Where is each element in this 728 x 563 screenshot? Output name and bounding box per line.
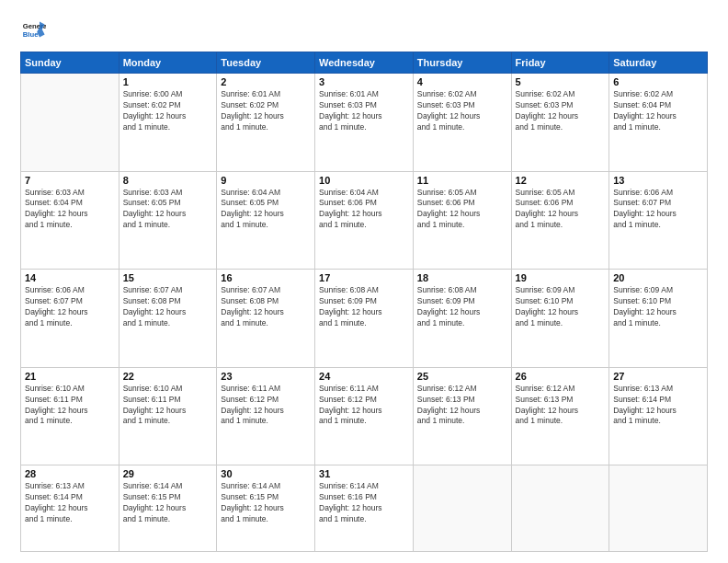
day-number: 17	[319, 272, 409, 283]
day-info: Sunrise: 6:01 AMSunset: 6:03 PMDaylight:…	[319, 89, 409, 133]
calendar-cell: 13Sunrise: 6:06 AMSunset: 6:07 PMDayligh…	[609, 171, 708, 270]
calendar-cell	[511, 465, 609, 552]
calendar-cell: 10Sunrise: 6:04 AMSunset: 6:06 PMDayligh…	[315, 171, 414, 270]
calendar-cell: 7Sunrise: 6:03 AMSunset: 6:04 PMDaylight…	[21, 171, 119, 270]
day-number: 24	[319, 371, 409, 382]
day-info: Sunrise: 6:02 AMSunset: 6:03 PMDaylight:…	[417, 89, 507, 133]
logo-icon: General Blue	[20, 17, 46, 42]
day-number: 8	[123, 175, 213, 186]
calendar-cell: 28Sunrise: 6:13 AMSunset: 6:14 PMDayligh…	[21, 465, 119, 552]
day-number: 21	[25, 371, 115, 382]
day-number: 6	[613, 76, 703, 87]
calendar-cell: 4Sunrise: 6:02 AMSunset: 6:03 PMDaylight…	[413, 74, 511, 172]
day-number: 20	[613, 272, 703, 283]
calendar-cell: 9Sunrise: 6:04 AMSunset: 6:05 PMDaylight…	[217, 171, 315, 270]
day-number: 23	[221, 371, 311, 382]
day-info: Sunrise: 6:14 AMSunset: 6:15 PMDaylight:…	[123, 481, 213, 525]
calendar-table: SundayMondayTuesdayWednesdayThursdayFrid…	[20, 52, 708, 552]
day-number: 2	[221, 76, 311, 87]
day-number: 1	[123, 76, 213, 87]
day-info: Sunrise: 6:02 AMSunset: 6:03 PMDaylight:…	[516, 89, 606, 133]
day-number: 7	[25, 175, 115, 186]
day-number: 18	[417, 272, 507, 283]
day-number: 15	[123, 272, 213, 283]
day-info: Sunrise: 6:14 AMSunset: 6:16 PMDaylight:…	[319, 481, 409, 525]
calendar-header-row: SundayMondayTuesdayWednesdayThursdayFrid…	[21, 52, 708, 74]
day-info: Sunrise: 6:01 AMSunset: 6:02 PMDaylight:…	[221, 89, 311, 133]
logo: General Blue	[20, 17, 50, 42]
day-number: 28	[25, 468, 115, 479]
day-info: Sunrise: 6:03 AMSunset: 6:05 PMDaylight:…	[123, 188, 213, 232]
calendar-cell: 26Sunrise: 6:12 AMSunset: 6:13 PMDayligh…	[511, 367, 609, 465]
calendar-cell	[609, 465, 708, 552]
day-info: Sunrise: 6:09 AMSunset: 6:10 PMDaylight:…	[516, 285, 606, 329]
calendar-cell: 15Sunrise: 6:07 AMSunset: 6:08 PMDayligh…	[119, 270, 217, 368]
calendar-cell: 30Sunrise: 6:14 AMSunset: 6:15 PMDayligh…	[217, 465, 315, 552]
calendar-cell: 6Sunrise: 6:02 AMSunset: 6:04 PMDaylight…	[609, 74, 708, 172]
day-number: 5	[516, 76, 606, 87]
calendar-cell: 17Sunrise: 6:08 AMSunset: 6:09 PMDayligh…	[315, 270, 414, 368]
calendar-header-saturday: Saturday	[609, 52, 708, 74]
day-number: 27	[613, 371, 703, 382]
day-number: 19	[516, 272, 606, 283]
day-info: Sunrise: 6:11 AMSunset: 6:12 PMDaylight:…	[221, 384, 311, 428]
day-number: 22	[123, 371, 213, 382]
day-info: Sunrise: 6:07 AMSunset: 6:08 PMDaylight:…	[123, 285, 213, 329]
calendar-cell: 16Sunrise: 6:07 AMSunset: 6:08 PMDayligh…	[217, 270, 315, 368]
calendar-cell: 27Sunrise: 6:13 AMSunset: 6:14 PMDayligh…	[609, 367, 708, 465]
calendar-header-friday: Friday	[511, 52, 609, 74]
day-info: Sunrise: 6:13 AMSunset: 6:14 PMDaylight:…	[613, 384, 703, 428]
day-info: Sunrise: 6:06 AMSunset: 6:07 PMDaylight:…	[25, 285, 115, 329]
day-info: Sunrise: 6:04 AMSunset: 6:05 PMDaylight:…	[221, 188, 311, 232]
day-info: Sunrise: 6:11 AMSunset: 6:12 PMDaylight:…	[319, 384, 409, 428]
day-number: 25	[417, 371, 507, 382]
day-number: 10	[319, 175, 409, 186]
day-info: Sunrise: 6:05 AMSunset: 6:06 PMDaylight:…	[516, 188, 606, 232]
calendar-week-row: 1Sunrise: 6:00 AMSunset: 6:02 PMDaylight…	[21, 74, 708, 172]
day-info: Sunrise: 6:14 AMSunset: 6:15 PMDaylight:…	[221, 481, 311, 525]
calendar-header-wednesday: Wednesday	[315, 52, 414, 74]
day-info: Sunrise: 6:12 AMSunset: 6:13 PMDaylight:…	[417, 384, 507, 428]
page: General Blue SundayMondayTuesdayWednesda…	[0, 0, 728, 563]
calendar-cell: 12Sunrise: 6:05 AMSunset: 6:06 PMDayligh…	[511, 171, 609, 270]
calendar-cell: 11Sunrise: 6:05 AMSunset: 6:06 PMDayligh…	[413, 171, 511, 270]
day-info: Sunrise: 6:10 AMSunset: 6:11 PMDaylight:…	[25, 384, 115, 428]
day-info: Sunrise: 6:09 AMSunset: 6:10 PMDaylight:…	[613, 285, 703, 329]
day-info: Sunrise: 6:12 AMSunset: 6:13 PMDaylight:…	[516, 384, 606, 428]
calendar-cell: 21Sunrise: 6:10 AMSunset: 6:11 PMDayligh…	[21, 367, 119, 465]
calendar-week-row: 7Sunrise: 6:03 AMSunset: 6:04 PMDaylight…	[21, 171, 708, 270]
day-info: Sunrise: 6:07 AMSunset: 6:08 PMDaylight:…	[221, 285, 311, 329]
calendar-week-row: 28Sunrise: 6:13 AMSunset: 6:14 PMDayligh…	[21, 465, 708, 552]
calendar-week-row: 14Sunrise: 6:06 AMSunset: 6:07 PMDayligh…	[21, 270, 708, 368]
calendar-cell: 5Sunrise: 6:02 AMSunset: 6:03 PMDaylight…	[511, 74, 609, 172]
svg-text:Blue: Blue	[23, 30, 39, 39]
calendar-cell: 23Sunrise: 6:11 AMSunset: 6:12 PMDayligh…	[217, 367, 315, 465]
calendar-cell	[21, 74, 119, 172]
day-number: 14	[25, 272, 115, 283]
calendar-cell: 25Sunrise: 6:12 AMSunset: 6:13 PMDayligh…	[413, 367, 511, 465]
day-number: 12	[516, 175, 606, 186]
day-info: Sunrise: 6:00 AMSunset: 6:02 PMDaylight:…	[123, 89, 213, 133]
calendar-cell: 22Sunrise: 6:10 AMSunset: 6:11 PMDayligh…	[119, 367, 217, 465]
day-info: Sunrise: 6:08 AMSunset: 6:09 PMDaylight:…	[417, 285, 507, 329]
day-info: Sunrise: 6:03 AMSunset: 6:04 PMDaylight:…	[25, 188, 115, 232]
day-number: 13	[613, 175, 703, 186]
day-info: Sunrise: 6:04 AMSunset: 6:06 PMDaylight:…	[319, 188, 409, 232]
day-info: Sunrise: 6:08 AMSunset: 6:09 PMDaylight:…	[319, 285, 409, 329]
calendar-cell: 24Sunrise: 6:11 AMSunset: 6:12 PMDayligh…	[315, 367, 414, 465]
calendar-cell: 19Sunrise: 6:09 AMSunset: 6:10 PMDayligh…	[511, 270, 609, 368]
calendar-cell: 18Sunrise: 6:08 AMSunset: 6:09 PMDayligh…	[413, 270, 511, 368]
day-info: Sunrise: 6:10 AMSunset: 6:11 PMDaylight:…	[123, 384, 213, 428]
day-info: Sunrise: 6:06 AMSunset: 6:07 PMDaylight:…	[613, 188, 703, 232]
day-number: 26	[516, 371, 606, 382]
calendar-header-tuesday: Tuesday	[217, 52, 315, 74]
calendar-cell: 29Sunrise: 6:14 AMSunset: 6:15 PMDayligh…	[119, 465, 217, 552]
day-info: Sunrise: 6:05 AMSunset: 6:06 PMDaylight:…	[417, 188, 507, 232]
day-number: 9	[221, 175, 311, 186]
day-number: 16	[221, 272, 311, 283]
header: General Blue	[20, 17, 708, 42]
calendar-cell: 3Sunrise: 6:01 AMSunset: 6:03 PMDaylight…	[315, 74, 414, 172]
day-number: 3	[319, 76, 409, 87]
day-info: Sunrise: 6:13 AMSunset: 6:14 PMDaylight:…	[25, 481, 115, 525]
calendar-cell: 31Sunrise: 6:14 AMSunset: 6:16 PMDayligh…	[315, 465, 414, 552]
